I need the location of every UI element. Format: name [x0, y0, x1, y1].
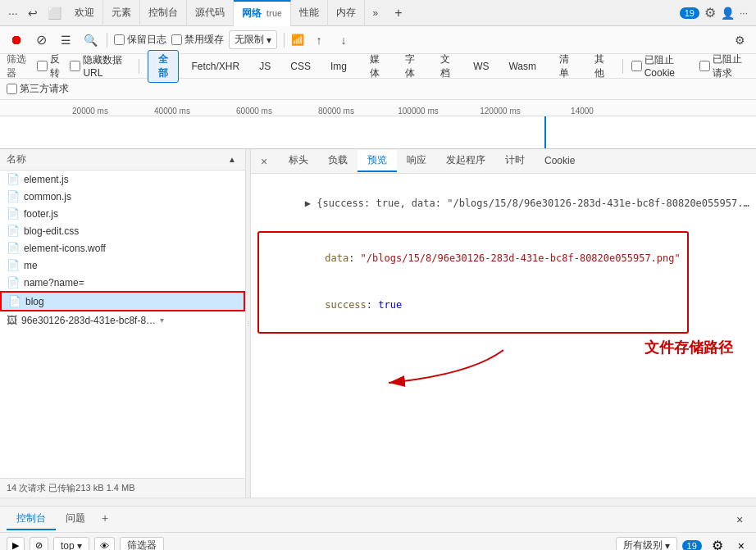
- more-actions-icon[interactable]: ···: [740, 7, 748, 19]
- file-item-element-js[interactable]: 📄 element.js: [0, 170, 245, 188]
- sub-tab-initiator[interactable]: 发起程序: [436, 150, 495, 172]
- panel-scroll-up[interactable]: ▲: [225, 153, 239, 166]
- record-button[interactable]: ⏺: [7, 30, 26, 50]
- tab-welcome[interactable]: 欢迎: [66, 0, 103, 26]
- sub-tab-payload[interactable]: 负载: [318, 150, 358, 172]
- file-name: blog-edit.css: [24, 225, 79, 237]
- stop-button[interactable]: ⊘: [31, 30, 51, 50]
- tab-sources[interactable]: 源代码: [187, 0, 234, 26]
- sub-tab-timing[interactable]: 计时: [495, 150, 535, 172]
- tab-memory[interactable]: 内存: [328, 0, 365, 26]
- toolbar-settings[interactable]: ⚙: [730, 30, 749, 50]
- tab-nav-back[interactable]: ↩: [23, 0, 43, 26]
- filter-font[interactable]: 字体: [395, 50, 424, 83]
- bottom-close-button[interactable]: ×: [733, 537, 749, 551]
- horizontal-scrollbar[interactable]: [0, 498, 756, 506]
- file-icon: 📄: [7, 225, 20, 237]
- log-level-dropdown-icon: ▾: [665, 540, 670, 551]
- timeline-graph[interactable]: [0, 116, 756, 148]
- json-success-line: success: true: [266, 282, 681, 330]
- tab-add[interactable]: +: [386, 0, 410, 26]
- file-item-name[interactable]: 📄 name?name=: [0, 274, 245, 291]
- sub-tab-bar: × 标头 负载 预览 响应 发起程序 计时 Cookie: [251, 149, 756, 174]
- filter-bar: 筛选器 反转 隐藏数据 URL 全部 Fetch/XHR JS CSS Img …: [0, 54, 756, 79]
- preserve-log-input[interactable]: [114, 34, 125, 45]
- sub-tab-response[interactable]: 响应: [397, 150, 436, 172]
- filter-all[interactable]: 全部: [148, 50, 178, 83]
- file-name: element-icons.woff: [24, 243, 106, 254]
- filter-doc[interactable]: 文档: [431, 50, 460, 83]
- status-tab-console[interactable]: 控制台: [7, 508, 56, 530]
- disable-cache-checkbox[interactable]: 禁用缓存: [171, 33, 224, 47]
- bottom-close-icon: ×: [738, 539, 745, 551]
- notification-badge[interactable]: 19: [680, 7, 699, 19]
- file-icon: 📄: [8, 295, 21, 307]
- context-selector[interactable]: top ▾: [53, 537, 89, 551]
- file-name: me: [24, 260, 38, 271]
- log-level-selector[interactable]: 所有级别 ▾: [616, 537, 677, 551]
- upload-button[interactable]: ↑: [309, 30, 329, 50]
- panel-footer: 14 次请求 已传输213 kB 1.4 MB: [0, 478, 245, 498]
- file-item-common-js[interactable]: 📄 common.js: [0, 188, 245, 205]
- file-item-element-icons-woff[interactable]: 📄 element-icons.woff: [0, 239, 245, 257]
- profile-icon[interactable]: 👤: [721, 7, 735, 20]
- filter-button[interactable]: ☰: [56, 30, 75, 50]
- filter-input-area[interactable]: 筛选器: [120, 537, 164, 551]
- invert-checkbox[interactable]: 反转: [37, 52, 63, 80]
- tab-more-right[interactable]: »: [365, 0, 387, 26]
- filter-js[interactable]: JS: [253, 58, 277, 75]
- settings-icon[interactable]: ⚙: [704, 5, 716, 20]
- filter-wasm[interactable]: Wasm: [502, 58, 543, 75]
- tab-performance[interactable]: 性能: [291, 0, 328, 26]
- dropdown-arrow-icon: ▾: [160, 316, 164, 325]
- tab-elements[interactable]: 元素: [103, 0, 140, 26]
- timeline-area: 20000 ms 40000 ms 60000 ms 80000 ms 1000…: [0, 100, 756, 149]
- filter-css[interactable]: CSS: [284, 58, 317, 75]
- filter-img[interactable]: Img: [324, 58, 353, 75]
- run-button[interactable]: ▶: [7, 537, 25, 551]
- file-name: 96e30126-283d-431e-bc8f-8…: [21, 315, 156, 326]
- third-party-checkbox[interactable]: 第三方请求: [7, 82, 69, 96]
- search-button[interactable]: 🔍: [80, 30, 100, 50]
- tab-nav-forward[interactable]: ⬜: [43, 0, 66, 26]
- file-icon: 📄: [7, 190, 20, 202]
- blocked-request-checkbox[interactable]: 已阻止请求: [699, 52, 749, 80]
- filter-other[interactable]: 其他: [585, 50, 613, 83]
- status-tabs: 控制台 问题 +: [7, 508, 115, 530]
- tab-network-close[interactable]: true: [266, 9, 282, 18]
- status-tab-issues[interactable]: 问题: [56, 508, 95, 530]
- blocked-cookie-checkbox[interactable]: 已阻止 Cookie: [631, 53, 693, 79]
- hide-data-url-checkbox[interactable]: 隐藏数据 URL: [70, 53, 130, 79]
- file-item-blog-edit-css[interactable]: 📄 blog-edit.css: [0, 222, 245, 239]
- close-preview-button[interactable]: ×: [254, 152, 274, 171]
- filter-media[interactable]: 媒体: [360, 50, 389, 83]
- sub-tab-headers[interactable]: 标头: [279, 150, 318, 172]
- filter-fetch-xhr[interactable]: Fetch/XHR: [185, 58, 247, 75]
- preserve-log-checkbox[interactable]: 保留日志: [114, 33, 166, 47]
- throttle-dropdown[interactable]: 无限制 ▾: [229, 30, 277, 49]
- filter-manifest[interactable]: 清单: [549, 50, 578, 83]
- filter-ws[interactable]: WS: [467, 58, 495, 75]
- file-item-me[interactable]: 📄 me: [0, 257, 245, 274]
- file-name: name?name=: [24, 277, 84, 289]
- bottom-toolbar: ▶ ⊘ top ▾ 👁 筛选器 所有级别 ▾ 19 ⚙ ×: [0, 532, 756, 550]
- bottom-settings-button[interactable]: ⚙: [707, 537, 728, 551]
- tab-more-left[interactable]: ···: [3, 7, 23, 20]
- context-label: top: [61, 540, 75, 551]
- close-status-button[interactable]: ×: [730, 510, 749, 530]
- file-item-footer-js[interactable]: 📄 footer.js: [0, 205, 245, 222]
- clear-button[interactable]: ⊘: [30, 537, 48, 551]
- status-tab-add[interactable]: +: [95, 508, 115, 530]
- sub-tab-preview[interactable]: 预览: [358, 150, 397, 172]
- timeline-mark-6: 120000 ms: [459, 107, 541, 116]
- bottom-settings-icon: ⚙: [712, 538, 723, 550]
- eye-button[interactable]: 👁: [94, 537, 115, 551]
- tab-network[interactable]: 网络 true: [234, 0, 291, 26]
- download-button[interactable]: ↓: [334, 30, 353, 50]
- file-item-uuid[interactable]: 🖼 96e30126-283d-431e-bc8f-8… ▾: [0, 311, 245, 329]
- tab-console[interactable]: 控制台: [140, 0, 187, 26]
- file-item-blog[interactable]: 📄 blog: [0, 291, 245, 311]
- sub-tab-cookies[interactable]: Cookie: [535, 152, 585, 171]
- file-name: blog: [25, 296, 44, 307]
- disable-cache-input[interactable]: [171, 34, 182, 45]
